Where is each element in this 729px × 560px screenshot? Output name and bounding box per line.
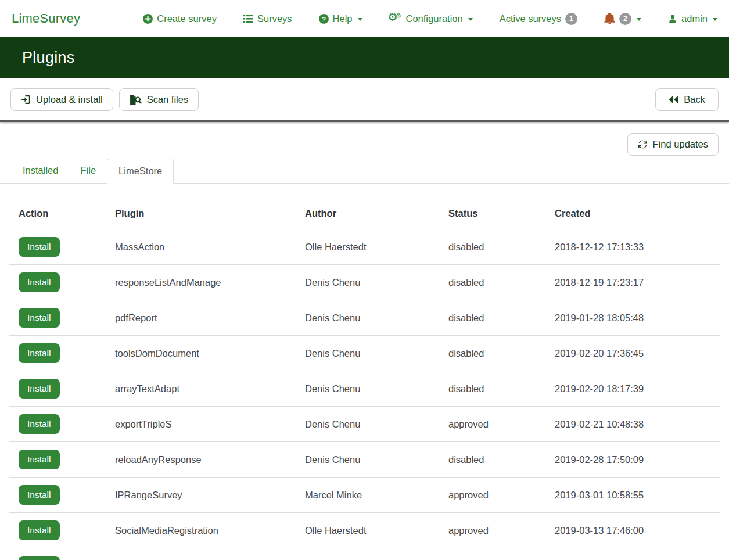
svg-text:?: ? (322, 15, 326, 22)
cell-created: 2019-02-20 18:17:39 (545, 371, 720, 407)
header-status: Status (439, 202, 545, 229)
nav-help-label: Help (333, 13, 353, 24)
scan-files-button[interactable]: Scan files (119, 88, 199, 111)
cell-created: 2019-01-28 18:05:48 (545, 300, 720, 336)
nav-admin[interactable]: admin (668, 13, 717, 24)
page-header: Plugins (0, 37, 729, 78)
upload-install-button[interactable]: Upload & install (10, 88, 113, 111)
cell-author: Denis Chenu (296, 265, 439, 300)
cell-status: approved (439, 478, 545, 513)
nav-admin-label: admin (681, 13, 708, 24)
cell-created: 2018-12-12 17:13:33 (545, 229, 720, 265)
cell-status: approved (439, 407, 545, 442)
table-row: Install IPRangeSurvey Marcel Minke appro… (9, 478, 720, 513)
cell-plugin: toolsDomDocument (106, 336, 296, 371)
find-updates-row: Find updates (0, 122, 729, 156)
header-created: Created (545, 202, 720, 229)
install-button[interactable]: Install (19, 556, 60, 560)
cell-status: disabled (439, 442, 545, 478)
nav-create-survey[interactable]: Create survey (143, 13, 217, 24)
cell-author: Denis Chenu (296, 407, 439, 442)
table-row: Install addScriptToQuestion Denis Chenu … (9, 548, 720, 560)
cell-author: Olle Haerstedt (296, 513, 439, 548)
notifications-badge: 2 (619, 13, 631, 25)
cell-author: Olle Haerstedt (296, 229, 439, 265)
install-button[interactable]: Install (19, 379, 60, 399)
nav-configuration[interactable]: ⚙⚙ Configuration (389, 13, 473, 24)
cell-status: approved (439, 548, 545, 560)
cell-plugin: MassAction (106, 229, 296, 265)
install-button[interactable]: Install (19, 343, 60, 363)
nav-configuration-label: Configuration (406, 13, 463, 24)
cell-created: 2019-03-01 10:58:55 (545, 478, 720, 513)
cell-plugin: responseListAndManage (106, 265, 296, 300)
cell-status: approved (439, 513, 545, 548)
cell-author: Denis Chenu (296, 336, 439, 371)
nav-create-survey-label: Create survey (157, 13, 217, 24)
fast-backward-icon (669, 95, 678, 104)
back-button[interactable]: Back (655, 88, 719, 111)
cell-created: 2019-02-21 10:48:38 (545, 407, 720, 442)
cell-status: disabled (439, 229, 545, 265)
active-surveys-badge: 1 (565, 13, 577, 25)
scan-files-label: Scan files (147, 94, 189, 105)
cell-plugin: IPRangeSurvey (106, 478, 296, 513)
tab-limestore[interactable]: LimeStore (107, 159, 174, 184)
find-updates-button[interactable]: Find updates (627, 133, 719, 156)
user-icon (668, 14, 677, 24)
cell-plugin: addScriptToQuestion (106, 548, 296, 560)
cell-created: 2019-04-10 10:45:14 (545, 548, 720, 560)
nav-surveys[interactable]: Surveys (243, 13, 292, 24)
cell-plugin: arrayTextAdapt (106, 371, 296, 407)
sign-in-icon (21, 95, 31, 105)
header-author: Author (296, 202, 439, 229)
nav-help[interactable]: ? Help (319, 13, 362, 24)
question-circle-icon: ? (319, 14, 329, 24)
gears-icon: ⚙⚙ (389, 13, 402, 24)
chevron-down-icon (358, 18, 362, 21)
chevron-down-icon (713, 18, 717, 21)
cell-created: 2018-12-19 17:23:17 (545, 265, 720, 300)
header-action: Action (9, 202, 106, 229)
cell-status: disabled (439, 336, 545, 371)
cell-status: disabled (439, 371, 545, 407)
plus-circle-icon (143, 14, 153, 24)
cell-plugin: reloadAnyResponse (106, 442, 296, 478)
install-button[interactable]: Install (19, 414, 60, 434)
cell-author: Denis Chenu (296, 442, 439, 478)
bell-icon (604, 13, 615, 24)
cell-author: Denis Chenu (296, 371, 439, 407)
cell-author: Denis Chenu (296, 300, 439, 336)
cell-plugin: exportTripleS (106, 407, 296, 442)
table-row: Install responseListAndManage Denis Chen… (9, 265, 720, 300)
chevron-down-icon (637, 18, 641, 21)
install-button[interactable]: Install (19, 485, 60, 505)
upload-install-label: Upload & install (36, 94, 103, 105)
install-button[interactable]: Install (19, 237, 60, 257)
nav-notifications[interactable]: 2 (604, 13, 641, 25)
cell-plugin: pdfReport (106, 300, 296, 336)
chevron-down-icon (468, 18, 473, 21)
list-icon (243, 15, 253, 23)
install-button[interactable]: Install (19, 272, 60, 292)
refresh-icon (638, 139, 648, 149)
install-button[interactable]: Install (19, 450, 60, 469)
top-navbar: LimeSurvey Create survey Surveys ? Help … (0, 0, 729, 37)
brand-logo[interactable]: LimeSurvey (12, 11, 80, 26)
cell-author: Denis Chenu (296, 548, 439, 560)
table-header-row: Action Plugin Author Status Created (9, 202, 720, 229)
plugin-table-body: Install MassAction Olle Haerstedt disabl… (9, 229, 720, 560)
navbar-items: Create survey Surveys ? Help ⚙⚙ Configur… (143, 13, 717, 25)
table-row: Install toolsDomDocument Denis Chenu dis… (9, 336, 720, 371)
nav-active-surveys[interactable]: Active surveys 1 (500, 13, 577, 25)
table-row: Install arrayTextAdapt Denis Chenu disab… (9, 371, 720, 407)
table-row: Install exportTripleS Denis Chenu approv… (9, 407, 720, 442)
tab-file[interactable]: File (69, 159, 107, 183)
table-row: Install SocialMediaRegistration Olle Hae… (9, 513, 720, 548)
cell-created: 2019-03-13 17:46:00 (545, 513, 720, 548)
tab-installed[interactable]: Installed (12, 159, 69, 183)
install-button[interactable]: Install (19, 520, 60, 540)
install-button[interactable]: Install (19, 308, 60, 328)
plugin-tabs: Installed File LimeStore (0, 159, 729, 184)
find-updates-label: Find updates (653, 139, 708, 150)
